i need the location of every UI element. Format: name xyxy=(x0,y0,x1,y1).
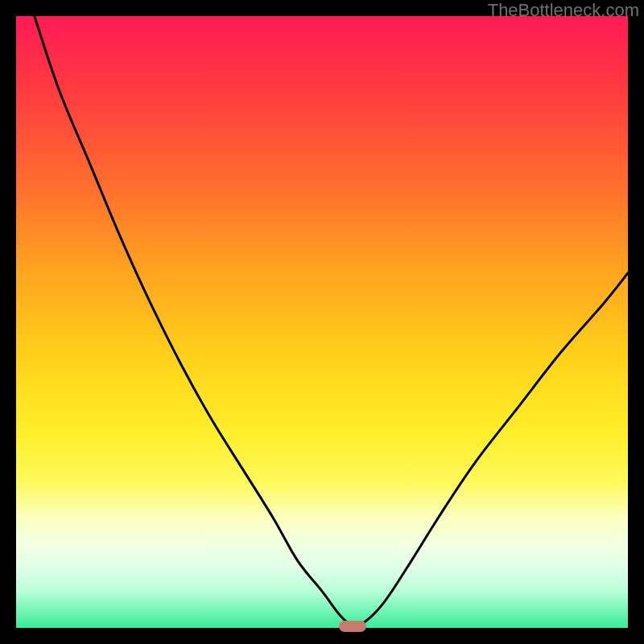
chart-plot-area xyxy=(16,16,628,628)
watermark-text: TheBottleneck.com xyxy=(488,0,639,21)
optimal-point-marker xyxy=(339,621,366,632)
chart-frame: TheBottleneck.com xyxy=(0,0,644,644)
bottleneck-curve xyxy=(35,16,628,625)
chart-line-layer xyxy=(16,16,628,628)
